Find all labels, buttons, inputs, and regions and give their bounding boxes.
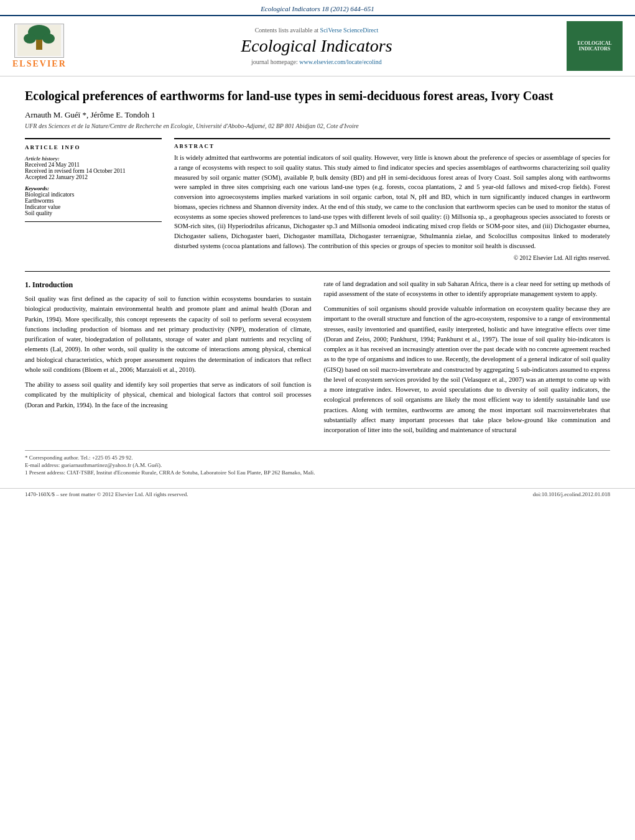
homepage-link[interactable]: www.elsevier.com/locate/ecolind bbox=[299, 58, 382, 65]
introduction-section: 1. Introduction Soil quality was first d… bbox=[25, 279, 610, 441]
keyword-1: Biological indicators bbox=[25, 192, 162, 198]
accepted-date: Accepted 22 January 2012 bbox=[25, 174, 162, 180]
journal-badge: ECOLOGICAL INDICATORS bbox=[567, 21, 623, 71]
history-group: Article history: Received 24 May 2011 Re… bbox=[25, 155, 162, 180]
article-info-label: ARTICLE INFO bbox=[25, 144, 162, 150]
bottom-bar: 1470-160X/$ – see front matter © 2012 El… bbox=[0, 488, 635, 500]
abstract-text: It is widely admitted that earthworms ar… bbox=[174, 153, 610, 251]
homepage-line: journal homepage: www.elsevier.com/locat… bbox=[79, 58, 554, 65]
svg-point-4 bbox=[42, 34, 55, 44]
history-label: Article history: bbox=[25, 155, 162, 162]
footnotes: * Corresponding author. Tel.: +225 05 45… bbox=[25, 450, 610, 476]
elsevier-logo-graphic bbox=[14, 24, 64, 58]
intro-col-right: rate of land degradation and soil qualit… bbox=[324, 279, 611, 441]
journal-title-banner: Ecological Indicators bbox=[79, 36, 554, 56]
footnote-corresponding: * Corresponding author. Tel.: +225 05 45… bbox=[25, 455, 610, 461]
keywords-section: Keywords: Biological indicators Earthwor… bbox=[25, 185, 162, 216]
article-title: Ecological preferences of earthworms for… bbox=[25, 88, 610, 104]
intro-col-left: 1. Introduction Soil quality was first d… bbox=[25, 279, 312, 441]
intro-para-3: rate of land degradation and soil qualit… bbox=[324, 279, 611, 300]
sciverse-line: Contents lists available at SciVerse Sci… bbox=[79, 27, 554, 34]
elsevier-logo: ELSEVIER bbox=[12, 24, 67, 69]
keyword-3: Indicator value bbox=[25, 204, 162, 210]
article-info-col: ARTICLE INFO Article history: Received 2… bbox=[25, 138, 162, 261]
keyword-4: Soil quality bbox=[25, 210, 162, 216]
main-content: Ecological preferences of earthworms for… bbox=[0, 76, 635, 488]
intro-para-2: The ability to assess soil quality and i… bbox=[25, 380, 312, 410]
intro-heading: 1. Introduction bbox=[25, 279, 312, 291]
svg-point-3 bbox=[24, 34, 36, 44]
doi-line: doi:10.1016/j.ecolind.2012.01.018 bbox=[533, 491, 610, 497]
journal-header-bar: Ecological Indicators 18 (2012) 644–651 bbox=[0, 0, 635, 16]
keywords-label: Keywords: bbox=[25, 185, 162, 192]
revised-date: Received in revised form 14 October 2011 bbox=[25, 168, 162, 174]
affiliation: UFR des Sciences et de la Nature/Centre … bbox=[25, 122, 610, 129]
section-divider bbox=[25, 271, 610, 272]
abstract-label: ABSTRACT bbox=[174, 143, 610, 149]
article-info-box: ARTICLE INFO Article history: Received 2… bbox=[25, 138, 162, 222]
authors-line: Arnauth M. Guéï *, Jérôme E. Tondoh 1 bbox=[25, 110, 610, 120]
received-date: Received 24 May 2011 bbox=[25, 162, 162, 168]
info-abstract-section: ARTICLE INFO Article history: Received 2… bbox=[25, 138, 610, 261]
abstract-section: ABSTRACT It is widely admitted that eart… bbox=[174, 138, 610, 261]
intro-para-1: Soil quality was first defined as the ca… bbox=[25, 294, 312, 375]
copyright: © 2012 Elsevier Ltd. All rights reserved… bbox=[174, 255, 610, 261]
footnote-1: 1 Present address: CIAT-TSBF, Institut d… bbox=[25, 469, 610, 476]
elsevier-banner: ELSEVIER Contents lists available at Sci… bbox=[0, 16, 635, 76]
banner-center: Contents lists available at SciVerse Sci… bbox=[67, 27, 567, 65]
abstract-col: ABSTRACT It is widely admitted that eart… bbox=[174, 138, 610, 261]
issn-line: 1470-160X/$ – see front matter © 2012 El… bbox=[25, 491, 188, 497]
intro-para-4: Communities of soil organisms should pro… bbox=[324, 304, 611, 435]
journal-reference: Ecological Indicators 18 (2012) 644–651 bbox=[261, 5, 374, 12]
footnote-email: E-mail address: gueiarnauthmartinez@yaho… bbox=[25, 462, 610, 468]
sciverse-link[interactable]: SciVerse ScienceDirect bbox=[320, 27, 379, 34]
keyword-2: Earthworms bbox=[25, 198, 162, 204]
elsevier-wordmark: ELSEVIER bbox=[12, 59, 67, 69]
